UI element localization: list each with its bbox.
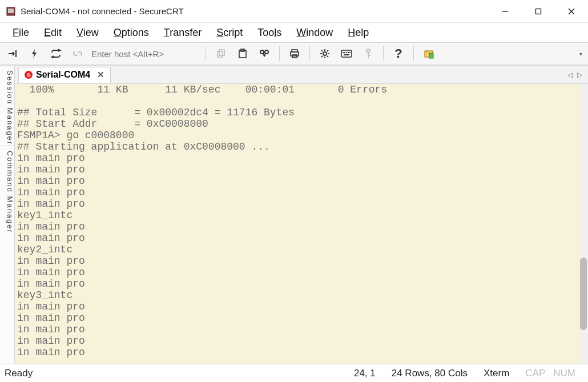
print-icon[interactable] xyxy=(285,45,304,62)
svg-line-27 xyxy=(327,56,328,57)
tab-prev-icon[interactable]: ◁ xyxy=(567,71,573,79)
status-num: NUM xyxy=(553,368,583,379)
keyboard-icon[interactable] xyxy=(337,45,356,62)
session-manager-panel[interactable]: Session Manager xyxy=(0,66,15,146)
statusbar: Ready 24, 1 24 Rows, 80 Cols Xterm CAP N… xyxy=(0,364,588,382)
vertical-scrollbar[interactable] xyxy=(579,84,588,364)
toolbar: ? ▾ xyxy=(0,42,588,65)
status-cursor: 24, 1 xyxy=(346,368,384,379)
svg-point-37 xyxy=(367,49,370,53)
svg-rect-34 xyxy=(348,52,349,53)
svg-rect-9 xyxy=(15,50,17,57)
svg-point-21 xyxy=(323,52,327,55)
terminal-output[interactable]: 100% 11 KB 11 KB/sec 00:00:01 0 Errors #… xyxy=(15,84,579,364)
menu-transfer[interactable]: Transfer xyxy=(164,27,202,39)
status-cap: CAP xyxy=(517,368,553,379)
minimize-button[interactable] xyxy=(489,0,522,23)
maximize-button[interactable] xyxy=(522,0,555,23)
svg-rect-36 xyxy=(344,54,349,55)
menu-options[interactable]: Options xyxy=(114,27,149,39)
side-panels: Session Manager Command Manager xyxy=(0,66,15,364)
svg-rect-10 xyxy=(218,51,223,57)
toolbar-sep xyxy=(413,46,414,61)
quick-connect-icon[interactable] xyxy=(25,45,43,62)
toolbar-sep xyxy=(383,46,384,61)
svg-rect-32 xyxy=(344,52,345,53)
menubar: File Edit View Options Transfer Script T… xyxy=(0,23,588,42)
host-input[interactable] xyxy=(90,46,200,61)
window-title: Serial-COM4 - not connected - SecureCRT xyxy=(21,6,184,16)
menu-edit[interactable]: Edit xyxy=(44,27,62,39)
copy-icon[interactable] xyxy=(212,45,230,62)
command-manager-panel[interactable]: Command Manager xyxy=(0,146,15,364)
svg-line-26 xyxy=(321,50,323,51)
svg-rect-33 xyxy=(346,52,347,53)
svg-rect-31 xyxy=(343,52,344,53)
menu-window[interactable]: Window xyxy=(296,27,333,39)
find-icon[interactable] xyxy=(255,45,273,62)
tab-close-icon[interactable]: ✕ xyxy=(97,70,104,80)
svg-rect-19 xyxy=(291,52,299,56)
app-icon xyxy=(6,6,16,17)
tab-status-icon: ⦸ xyxy=(25,71,33,79)
toolbar-sep xyxy=(206,46,206,61)
status-size: 24 Rows, 80 Cols xyxy=(384,368,476,379)
svg-rect-35 xyxy=(349,52,351,53)
toolbar-sep xyxy=(309,46,310,61)
tab-next-icon[interactable]: ▷ xyxy=(577,71,582,79)
help-icon[interactable]: ? xyxy=(389,45,408,62)
tabbar: ⦸ Serial-COM4 ✕ ◁ ▷ xyxy=(15,66,588,84)
menu-tools[interactable]: Tools xyxy=(257,27,281,39)
svg-rect-3 xyxy=(536,9,541,14)
close-button[interactable] xyxy=(555,0,588,23)
status-ready: Ready xyxy=(5,368,41,379)
svg-rect-30 xyxy=(341,50,352,57)
scrollbar-thumb[interactable] xyxy=(580,258,587,330)
svg-rect-11 xyxy=(219,50,224,55)
paste-icon[interactable] xyxy=(233,45,252,62)
reconnect-icon[interactable] xyxy=(47,45,65,62)
svg-line-28 xyxy=(321,56,323,57)
toolbar-overflow-icon[interactable]: ▾ xyxy=(577,51,585,57)
svg-line-29 xyxy=(327,50,328,51)
svg-rect-1 xyxy=(8,9,14,13)
status-term: Xterm xyxy=(476,368,517,379)
menu-file[interactable]: File xyxy=(13,27,29,39)
tab-serial-com4[interactable]: ⦸ Serial-COM4 ✕ xyxy=(18,67,111,83)
menu-help[interactable]: Help xyxy=(348,27,369,39)
disconnect-icon[interactable] xyxy=(69,45,87,62)
settings-icon[interactable] xyxy=(316,45,334,62)
tab-label: Serial-COM4 xyxy=(36,70,90,80)
securefx-icon[interactable] xyxy=(420,45,438,62)
key-icon[interactable] xyxy=(359,45,377,62)
titlebar: Serial-COM4 - not connected - SecureCRT xyxy=(0,0,588,23)
menu-view[interactable]: View xyxy=(76,27,99,39)
session-manager-toggle-icon[interactable] xyxy=(3,45,22,62)
svg-rect-41 xyxy=(425,51,428,53)
toolbar-sep xyxy=(279,46,280,61)
menu-script[interactable]: Script xyxy=(216,27,243,39)
svg-line-17 xyxy=(264,53,265,57)
svg-rect-42 xyxy=(429,53,433,58)
